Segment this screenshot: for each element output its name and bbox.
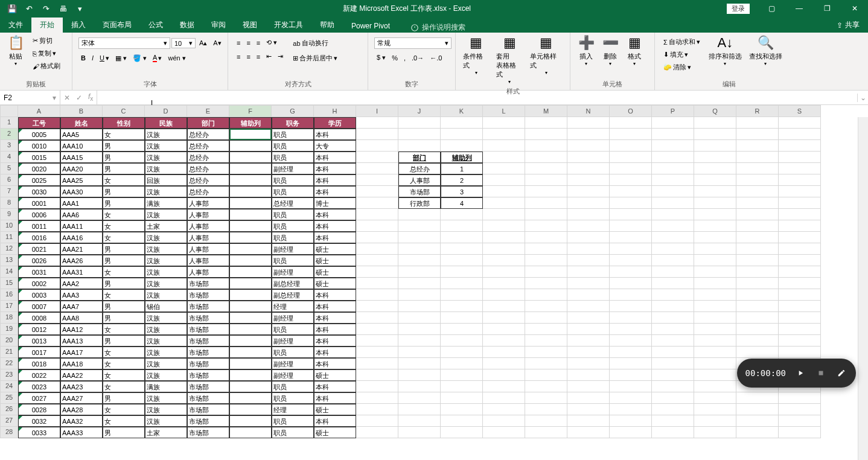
cell[interactable] [779,392,821,404]
cell[interactable]: AAA2 [60,278,103,289]
cell[interactable] [525,358,567,369]
play-icon[interactable] [794,367,806,379]
cell[interactable] [779,220,821,232]
cell[interactable] [398,369,441,381]
decrease-indent-icon[interactable]: ⇤ [264,51,274,62]
cell[interactable] [652,358,694,369]
cell[interactable] [398,289,441,301]
align-middle-icon[interactable]: ≡ [244,38,252,48]
cell[interactable]: 汉族 [145,335,187,347]
cell[interactable] [356,197,398,209]
cell[interactable] [652,289,694,301]
cell[interactable] [398,117,441,129]
cell[interactable] [525,152,567,163]
cell[interactable]: 市场部 [187,347,229,358]
row-header[interactable]: 18 [0,312,18,324]
fx-icon[interactable]: fx [88,92,93,102]
cell[interactable] [441,117,483,129]
cell[interactable] [610,140,652,152]
cell[interactable]: 汉族 [145,324,187,335]
cell[interactable] [779,278,821,289]
cell[interactable]: AAA27 [60,392,103,404]
cell[interactable]: 工号 [18,117,60,129]
cell[interactable]: 0008 [18,312,60,324]
cell[interactable] [356,347,398,358]
cell[interactable]: 0020 [18,163,60,174]
cell[interactable]: 0018 [18,358,60,369]
cell[interactable] [229,289,272,301]
cell[interactable] [356,255,398,266]
cell[interactable]: 本科 [314,415,356,427]
cell[interactable] [694,266,736,278]
format-painter-button[interactable]: 🖌 格式刷 [30,60,63,72]
cell[interactable]: 汉族 [145,404,187,415]
cell[interactable]: 汉族 [145,369,187,381]
cell[interactable] [694,347,736,358]
row-header[interactable]: 8 [0,197,18,209]
cell[interactable] [356,289,398,301]
cell[interactable]: 人事部 [187,209,229,220]
cell[interactable] [779,197,821,209]
row-header[interactable]: 26 [0,404,18,415]
cell[interactable] [356,415,398,427]
comma-format-icon[interactable]: , [401,53,408,63]
cell[interactable] [694,369,736,381]
cell[interactable]: 学历 [314,117,356,129]
cell[interactable] [610,301,652,312]
row-header[interactable]: 17 [0,301,18,312]
redo-icon[interactable]: ↷ [39,2,53,15]
vertical-scrollbar[interactable] [858,117,868,460]
cell[interactable]: 大专 [314,140,356,152]
cell[interactable] [356,209,398,220]
row-header[interactable]: 20 [0,335,18,347]
cell[interactable] [652,117,694,129]
cell[interactable] [525,163,567,174]
cell[interactable]: 男 [103,140,145,152]
cell[interactable]: 副经理 [272,335,314,347]
ribbon-display-icon[interactable]: ▢ [758,0,785,17]
cell[interactable] [694,129,736,140]
cell[interactable] [483,163,525,174]
column-header[interactable]: N [567,105,610,117]
cell[interactable] [779,324,821,335]
cell[interactable] [567,255,610,266]
cell[interactable] [567,197,610,209]
cell[interactable]: 本科 [314,174,356,186]
cell[interactable]: 0012 [18,324,60,335]
cell[interactable] [610,347,652,358]
cell[interactable] [441,404,483,415]
cell[interactable] [229,243,272,255]
cell[interactable]: 0022 [18,369,60,381]
cell[interactable] [441,358,483,369]
cell[interactable] [229,140,272,152]
stop-icon[interactable] [815,367,827,379]
percent-format-icon[interactable]: % [389,53,400,63]
cell[interactable] [483,324,525,335]
cell[interactable]: AAA31 [60,266,103,278]
edit-icon[interactable] [835,367,847,379]
cell[interactable] [652,255,694,266]
cell[interactable]: AAA13 [60,335,103,347]
cell[interactable] [736,335,779,347]
cell[interactable] [779,312,821,324]
cell[interactable] [229,186,272,197]
cell[interactable]: 汉族 [145,255,187,266]
cell[interactable] [652,174,694,186]
cell[interactable]: 0011 [18,220,60,232]
cell[interactable] [525,266,567,278]
cell[interactable] [567,163,610,174]
cell[interactable] [398,140,441,152]
cell[interactable]: 汉族 [145,278,187,289]
cell[interactable] [779,301,821,312]
column-header[interactable]: P [652,105,694,117]
cell[interactable] [483,152,525,163]
cell[interactable]: 0015 [18,152,60,163]
align-left-icon[interactable]: ≡ [234,52,243,62]
cell[interactable]: 男 [103,255,145,266]
cell[interactable] [567,381,610,392]
row-header[interactable]: 16 [0,289,18,301]
cell[interactable]: AAA17 [60,347,103,358]
cell[interactable] [736,301,779,312]
bold-button[interactable]: B [78,53,88,63]
cell[interactable] [567,289,610,301]
